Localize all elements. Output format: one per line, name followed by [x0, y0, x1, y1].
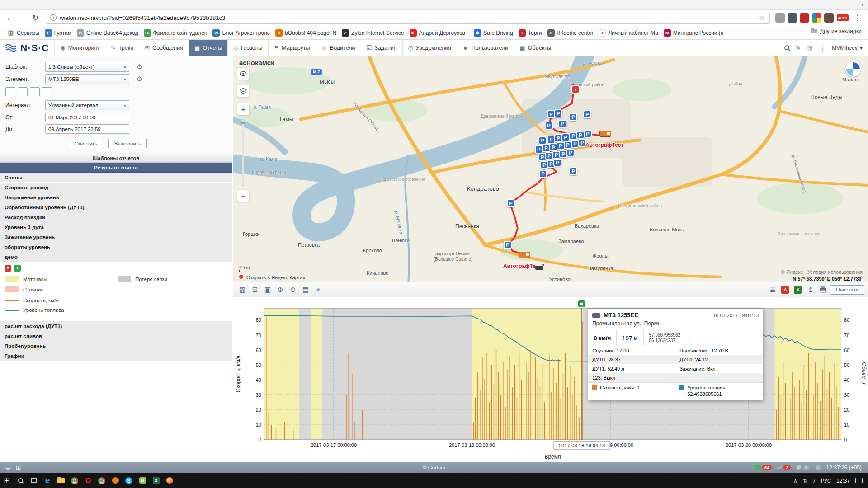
visibility-eye-button[interactable] [237, 68, 249, 80]
fill-marker-icon[interactable]: ▲ [14, 265, 21, 272]
bookmark-item[interactable]: М Минтранс России (п [661, 28, 726, 38]
extension-icon[interactable] [824, 13, 834, 23]
parking-marker[interactable]: P [569, 113, 577, 121]
nav-tab[interactable]: ☺ Водители [316, 40, 361, 56]
bookmark-item[interactable]: B Online Base64 декод [74, 28, 141, 38]
date-to-input[interactable] [45, 124, 129, 134]
nav-tab[interactable]: ◇ Геозоны [227, 40, 268, 56]
nsc-logo[interactable]: N·S·C [0, 40, 54, 56]
sms-indicator[interactable]: ✉ 2 [777, 464, 791, 471]
task-view-button[interactable] [27, 473, 41, 488]
bookmark-item[interactable]: b bOoobs! 404 page! N [273, 28, 339, 38]
driver-messages-indicator[interactable]: 64 [754, 465, 772, 470]
report-result-item[interactable]: Обработанный уровень (ДУТ1) [0, 202, 232, 212]
action-center-icon[interactable] [855, 478, 863, 483]
report-result-item[interactable]: расчет сливов [0, 331, 232, 341]
table-panel-icon[interactable]: ▥ [815, 464, 821, 471]
quick-range-button[interactable] [42, 87, 52, 96]
filezilla-icon[interactable] [108, 473, 122, 488]
report-view-icon[interactable]: ≣ [767, 284, 778, 295]
opera-icon[interactable]: O [81, 473, 95, 488]
report-result-item[interactable]: Пробег/уровень [0, 341, 232, 351]
apps-extension-badge[interactable]: APPS [837, 14, 849, 21]
parking-marker[interactable]: P [561, 133, 570, 141]
crosshair-icon[interactable]: ⌖ [312, 284, 324, 295]
quick-range-button[interactable] [18, 87, 28, 96]
templates-header[interactable]: Шаблоны отчетов [0, 153, 232, 163]
parking-marker[interactable]: P [584, 130, 592, 138]
extension-icon[interactable] [800, 13, 809, 23]
bookmark-item[interactable]: ⊞ Сервисы [5, 28, 42, 38]
nav-tab[interactable]: ⚑ Маршруты [268, 40, 316, 56]
parking-marker[interactable]: P [504, 241, 512, 249]
bookmark-item[interactable]: Z Zylon Internet Service [339, 28, 407, 38]
skype-icon[interactable]: S [122, 473, 136, 488]
edge-icon[interactable]: e [41, 473, 54, 488]
parking-marker[interactable]: P [538, 136, 547, 145]
export-file-icon[interactable]: ↥ [805, 284, 816, 295]
tray-expand-icon[interactable]: ∧ [793, 478, 797, 484]
page-info-icon[interactable]: ⓘ [50, 14, 57, 22]
nav-tab[interactable]: ▤ Отчеты [189, 40, 228, 56]
stats-icon[interactable]: ✎ [796, 44, 801, 52]
bookmark-item[interactable]: W Блог Агроконтроль [210, 28, 273, 38]
parking-marker[interactable]: P [554, 109, 562, 117]
chart-clear-button[interactable]: Очистить [830, 285, 864, 295]
start-button[interactable]: ⊞ [0, 473, 14, 488]
template-select[interactable]: 1.3 Сливы (объект) ▾ [45, 62, 129, 72]
wrench-icon[interactable]: ⚙ [137, 63, 142, 71]
map-terms-link[interactable]: Условия использования [807, 269, 863, 275]
execute-button[interactable]: Выполнить [108, 139, 147, 148]
map-zoom-slider[interactable] [242, 119, 244, 186]
select-area-icon[interactable]: ▧ [236, 284, 248, 295]
browser-menu-icon[interactable]: ⋮ [854, 13, 861, 23]
export-excel-icon[interactable]: X [792, 284, 804, 295]
print-icon[interactable] [817, 284, 829, 295]
parking-marker[interactable]: P [558, 120, 566, 128]
zoom-in-button[interactable]: + [237, 103, 249, 115]
chrome-icon[interactable] [95, 473, 108, 488]
address-bar[interactable]: ⓘ wialon.nsc-navi.ru/?sid=0269f5431eb4a2… [46, 12, 770, 24]
network-icon[interactable]: ⇅ [803, 478, 807, 484]
fit-view-icon[interactable]: ▣ [262, 284, 274, 295]
zoom-slider-thumb[interactable] [241, 122, 245, 124]
quick-range-button[interactable] [5, 87, 15, 96]
back-button[interactable]: ← [4, 12, 16, 24]
nav-tab[interactable]: ✉ Сообщения [139, 40, 189, 56]
bookmark-item[interactable]: ● Личный кабинет Ма [596, 28, 660, 38]
zoom-out-icon[interactable]: ⊖ [287, 284, 299, 295]
report-result-item[interactable]: Скорость расход [0, 183, 232, 192]
volume-icon[interactable]: ♪ [813, 478, 816, 484]
bookmark-star-icon[interactable]: ☆ [759, 14, 765, 22]
date-from-input[interactable] [45, 113, 129, 122]
forward-button[interactable]: → [16, 12, 29, 24]
chart[interactable]: 00101020203030404050506060707080802017-0… [233, 297, 868, 462]
notepad-plus-icon[interactable]: N [136, 473, 149, 488]
search-icon[interactable] [784, 45, 789, 50]
chart-event-marker-icon[interactable] [578, 300, 585, 307]
map[interactable]: аснокамскМысыГамыНовые ЛядыМалаяЯкутская… [233, 56, 868, 282]
report-result-item[interactable]: обороты уровень [0, 242, 232, 252]
other-bookmarks-button[interactable]: Другие закладки [811, 28, 862, 34]
unit-marker[interactable] [519, 252, 530, 258]
parking-marker[interactable]: P [569, 167, 577, 175]
wrench-icon[interactable]: ⚙ [137, 75, 142, 83]
report-result-item[interactable]: График [0, 351, 232, 361]
bookmark-item[interactable]: ✱ Safe Driving [471, 28, 515, 38]
reload-button[interactable]: ↻ [29, 12, 42, 24]
parking-marker[interactable]: P [545, 122, 553, 130]
bookmark-item[interactable]: Т Торги [516, 28, 545, 38]
chevron-left-icon[interactable]: ‹ [861, 0, 863, 8]
legend-toggle-icon[interactable]: ▤ [300, 284, 311, 295]
search-button[interactable] [14, 473, 27, 488]
report-result-item[interactable]: Сливы [0, 173, 232, 183]
keyboard-language[interactable]: РУС [821, 478, 831, 483]
zoom-in-icon[interactable]: ⊕ [274, 284, 286, 295]
taskbar-clock[interactable]: 12:37 [836, 478, 850, 484]
element-select[interactable]: МТЗ 1255ЕЕ ▾ [45, 74, 129, 84]
extension-icon[interactable] [812, 13, 821, 23]
parking-marker[interactable]: P [583, 110, 591, 118]
bookmark-item[interactable]: Г Гуртам [42, 28, 74, 38]
excel-icon[interactable]: X [149, 473, 163, 488]
report-result-item[interactable]: Зажигание уровень [0, 232, 232, 242]
